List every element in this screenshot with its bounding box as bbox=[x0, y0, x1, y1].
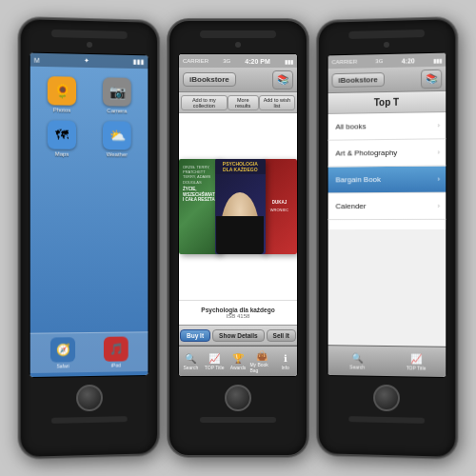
book-info: Psychologia dla każdego ISB 4158 bbox=[179, 300, 297, 325]
app-weather[interactable]: ⛅ Weather bbox=[93, 121, 141, 157]
category-list: All books › Art & Photography › Bargain … bbox=[328, 112, 446, 229]
phone-middle: CARRIER 3G 4:20 PM ▮▮▮ iBookstore 📚 Add … bbox=[168, 19, 308, 457]
app-maps[interactable]: 🗺 Maps bbox=[38, 120, 86, 157]
nav-bar-right: iBookstore 📚 bbox=[328, 67, 446, 93]
chevron-icon: › bbox=[438, 202, 441, 210]
more-results-button[interactable]: More results bbox=[228, 95, 259, 110]
nav-bar-middle: iBookstore 📚 bbox=[179, 68, 297, 92]
carrier-label: M bbox=[34, 56, 40, 63]
my-book-bag-icon: 👜 bbox=[256, 350, 268, 361]
list-item-art[interactable]: Art & Photography › bbox=[328, 139, 446, 167]
phone-right: CARRIER 3G 4:20 ▮▮▮ iBookstore 📚 Top T A… bbox=[317, 17, 458, 459]
add-wishlist-button[interactable]: Add to wish list bbox=[259, 95, 295, 110]
weather-label: Weather bbox=[107, 151, 128, 157]
front-camera bbox=[235, 42, 241, 48]
app-camera[interactable]: 📷 Camera bbox=[93, 77, 141, 114]
ibookstore-right: CARRIER 3G 4:20 ▮▮▮ iBookstore 📚 Top T A… bbox=[328, 53, 446, 377]
ibookstore-title[interactable]: iBookstore bbox=[183, 72, 236, 87]
time-display: 4:20 PM bbox=[245, 58, 269, 65]
list-item-business[interactable]: Business Book › bbox=[328, 220, 446, 229]
tab-my-book-bag-label: My Book Bag bbox=[249, 362, 273, 373]
home-button[interactable] bbox=[76, 385, 103, 412]
camera-icon: 📷 bbox=[103, 77, 131, 106]
tab-search-label: Search bbox=[349, 364, 365, 369]
front-camera bbox=[384, 42, 389, 48]
speaker bbox=[348, 30, 425, 39]
photos-icon: 🌻 bbox=[48, 76, 76, 106]
bottom-strip bbox=[348, 416, 425, 424]
screen-left: M ✦ ▮▮▮ 🌻 Photos 📷 Camera 🗺 Maps ⛅ bbox=[30, 52, 149, 379]
carrier-label: CARRIER bbox=[183, 58, 208, 64]
maps-icon: 🗺 bbox=[48, 120, 76, 149]
dock: 🧭 Safari 🎵 iPod bbox=[30, 331, 149, 373]
dock-ipod[interactable]: 🎵 iPod bbox=[104, 337, 129, 368]
book-cover-center[interactable]: PSYCHOLOGIADLA KAŻDEGO bbox=[215, 159, 266, 254]
phone-left: M ✦ ▮▮▮ 🌻 Photos 📷 Camera 🗺 Maps ⛅ bbox=[19, 17, 160, 459]
carrier-label: CARRIER bbox=[332, 59, 358, 66]
list-title-bar: Top T bbox=[328, 91, 446, 114]
network-badge: 3G bbox=[223, 58, 230, 64]
awards-icon: 🏆 bbox=[232, 353, 244, 364]
maps-label: Maps bbox=[55, 151, 69, 157]
top-title-icon: 📈 bbox=[410, 353, 422, 364]
tab-awards-label: Awards bbox=[230, 365, 247, 370]
app-photos[interactable]: 🌻 Photos bbox=[38, 76, 86, 113]
ipod-icon: 🎵 bbox=[104, 337, 129, 362]
top-title-icon: 📈 bbox=[208, 353, 220, 364]
battery-icon: ▮▮▮ bbox=[133, 58, 145, 66]
ipod-label: iPod bbox=[111, 362, 121, 367]
home-button[interactable] bbox=[225, 385, 251, 411]
book-cover-right[interactable]: DUKAJ WRONIEC bbox=[262, 159, 297, 254]
screen-right: CARRIER 3G 4:20 ▮▮▮ iBookstore 📚 Top T A… bbox=[327, 52, 447, 379]
front-camera bbox=[87, 42, 92, 48]
tab-awards[interactable]: 🏆 Awards bbox=[227, 353, 250, 370]
tab-search-right[interactable]: 🔍 Search bbox=[328, 352, 387, 370]
ibookstore-title-right[interactable]: iBookstore bbox=[332, 72, 385, 88]
book-isbn: ISB 4158 bbox=[227, 313, 250, 319]
list-item-all-books[interactable]: All books › bbox=[328, 112, 446, 141]
nav-book-icon[interactable]: 📚 bbox=[272, 70, 293, 89]
tab-bar-right: 🔍 Search 📈 TOP Title bbox=[328, 345, 446, 377]
search-icon: 🔍 bbox=[185, 353, 196, 364]
home-button[interactable] bbox=[373, 385, 400, 412]
bottom-strip bbox=[200, 417, 276, 423]
buy-button[interactable]: Buy It bbox=[180, 329, 210, 342]
sell-button[interactable]: Sell It bbox=[267, 329, 296, 342]
tab-top-title[interactable]: 📈 TOP Title bbox=[203, 353, 227, 370]
chevron-icon: › bbox=[438, 175, 441, 184]
tab-info[interactable]: ℹ Info bbox=[273, 353, 297, 370]
chevron-icon: › bbox=[438, 121, 441, 129]
tab-top-title-right[interactable]: 📈 TOP Title bbox=[387, 353, 446, 371]
status-bar-middle: CARRIER 3G 4:20 PM ▮▮▮ bbox=[179, 54, 297, 68]
chevron-icon: › bbox=[438, 148, 441, 156]
network-badge: 3G bbox=[375, 58, 383, 64]
tab-my-book-bag[interactable]: 👜 My Book Bag bbox=[249, 350, 273, 373]
safari-label: Safari bbox=[56, 363, 69, 368]
search-icon: 🔍 bbox=[351, 352, 363, 363]
screen-middle: CARRIER 3G 4:20 PM ▮▮▮ iBookstore 📚 Add … bbox=[178, 53, 298, 377]
tab-search[interactable]: 🔍 Search bbox=[179, 353, 203, 370]
book-title: Psychologia dla każdego bbox=[201, 307, 274, 313]
tab-top-title-label: TOP Title bbox=[205, 365, 225, 370]
tab-search-label: Search bbox=[183, 365, 198, 370]
list-item-bargain[interactable]: Bargain Book › bbox=[328, 166, 446, 193]
tab-bar-middle: 🔍 Search 📈 TOP Title 🏆 Awards 👜 My Book … bbox=[179, 346, 297, 376]
spacer bbox=[328, 229, 446, 347]
tab-info-label: Info bbox=[281, 365, 288, 370]
speaker bbox=[200, 30, 276, 38]
add-collection-button[interactable]: Add to my collection bbox=[181, 95, 228, 110]
nav-book-icon-right[interactable]: 📚 bbox=[421, 69, 442, 89]
bluetooth-icon: ✦ bbox=[84, 57, 89, 65]
buy-bar: Buy It Show Details Sell It bbox=[179, 325, 297, 346]
photos-label: Photos bbox=[53, 107, 71, 112]
info-icon: ℹ bbox=[284, 353, 288, 364]
toolbar-middle: Add to my collection More results Add to… bbox=[179, 92, 297, 113]
camera-label: Camera bbox=[107, 108, 127, 113]
speaker bbox=[51, 30, 128, 39]
list-item-calender[interactable]: Calender › bbox=[328, 193, 446, 220]
dock-safari[interactable]: 🧭 Safari bbox=[50, 337, 75, 368]
time-display: 4:20 bbox=[402, 57, 415, 64]
show-details-button[interactable]: Show Details bbox=[212, 329, 264, 342]
weather-icon: ⛅ bbox=[103, 121, 131, 149]
bottom-strip bbox=[51, 416, 128, 424]
